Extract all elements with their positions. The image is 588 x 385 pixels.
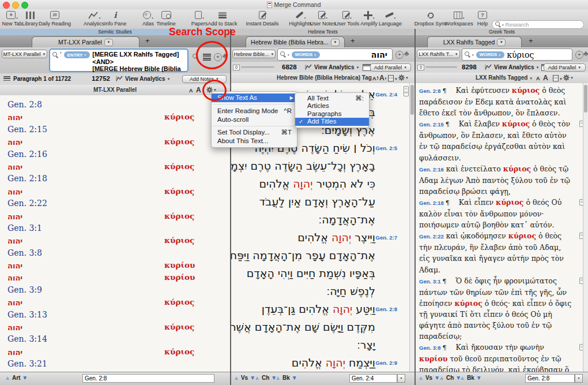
paragraph-list-icon[interactable] — [3, 76, 10, 82]
add-search-icon[interactable]: + — [395, 51, 404, 59]
prev-bk-button[interactable]: ▲ — [275, 375, 281, 381]
zoom-level[interactable]: 0 — [417, 65, 424, 70]
add-search-icon[interactable]: + — [575, 51, 583, 59]
new-tab-button[interactable]: + — [529, 36, 533, 45]
new-tab-button[interactable]: + — [145, 36, 150, 45]
increase-font-button[interactable]: A — [196, 86, 201, 94]
search-scope-magnifier-icon[interactable] — [193, 54, 199, 60]
scrollbar[interactable] — [409, 83, 414, 372]
note-icon[interactable] — [404, 86, 409, 92]
prev-bk-button[interactable]: ▲ — [459, 375, 465, 381]
prev-vs-button[interactable]: ▲ — [418, 375, 424, 381]
stats-row: 0 8298 View Analytics▼ Add Parallel▼ — [416, 62, 588, 73]
toolbar-item-label: Instant Details — [246, 21, 278, 27]
new-tab-button[interactable]: + — [350, 36, 355, 45]
next-bk-button[interactable]: ▼ — [476, 375, 482, 381]
scrollbar-thumb[interactable] — [410, 85, 414, 115]
goto-reference-input[interactable] — [525, 374, 575, 383]
search-mode-pill[interactable]: WORDS▼ — [292, 51, 321, 58]
nav-label: Bk — [282, 375, 290, 381]
search-icon[interactable] — [52, 52, 59, 58]
decrease-font-button[interactable]: A — [536, 76, 540, 81]
text-selector-button[interactable]: Hebrew Bible...▼ — [232, 50, 276, 58]
menu-item-add-titles[interactable]: ✓Add Titles — [295, 118, 369, 125]
menu-item-set-tool-display[interactable]: Set Tool Display...⌘T — [212, 128, 297, 137]
menu-item-articles[interactable]: Articles — [295, 102, 369, 110]
tab-dropdown-icon[interactable]: ▼ — [104, 39, 113, 46]
goto-reference-input[interactable] — [349, 374, 397, 383]
prev-article-button[interactable]: ▲ — [5, 375, 10, 381]
mt-lxx-content[interactable]: Gen. 2:8יהוהκύριοςGen. 2:15יהוהκύριοςGen… — [0, 95, 230, 372]
increase-font-button[interactable]: A — [379, 74, 385, 82]
amplify-tree-icon[interactable]: ♣ — [583, 50, 588, 57]
add-parallel-button[interactable]: Add Parallel▼ — [544, 63, 586, 72]
next-article-button[interactable]: ▼ — [22, 375, 28, 381]
greek-verse: Gen. 2:22 καὶ ᾠκοδόμησεν κύριος ὁ θεὸς τ… — [419, 230, 573, 275]
decrease-font-button[interactable]: A — [189, 88, 193, 94]
decrease-font-button[interactable]: A — [372, 76, 377, 81]
prev-ch-button[interactable]: ▲ — [439, 375, 444, 381]
pane-divider[interactable] — [414, 29, 416, 385]
amplify-tree-icon[interactable]: ♣ — [223, 53, 228, 59]
add-parallel-button[interactable]: Add Parallel▼ — [370, 63, 411, 72]
search-scope-menu-icon[interactable] — [203, 54, 211, 61]
next-bk-button[interactable]: ▼ — [292, 375, 297, 381]
search-mode-pill[interactable]: WORDS▼ — [476, 51, 505, 58]
hit-word: יְהוָה — [293, 177, 312, 190]
search-icon[interactable] — [280, 51, 287, 58]
hebrew-hit-word: יהוה — [7, 113, 22, 122]
increase-font-button[interactable]: A — [543, 74, 548, 82]
text-display-icon[interactable] — [388, 75, 394, 81]
tab-lxx-rahlfs-tagged[interactable]: LXX Rahlfs Tagged▼ — [427, 36, 522, 47]
view-analytics-button[interactable]: View Analytics▼ — [305, 64, 359, 70]
zoom-slider[interactable] — [241, 66, 274, 68]
tab-dropdown-icon[interactable]: ▼ — [331, 39, 340, 46]
tab-mt-lxx-parallel[interactable]: MT-LXX Parallel▼ — [32, 36, 140, 47]
search-row: Hebrew Bible...▼ ▾ WORDS▼ יהוה + ♣ — [231, 47, 414, 62]
hebrew-hit-word: יהוה — [7, 348, 22, 357]
goto-reference-input[interactable] — [82, 374, 214, 383]
add-search-icon[interactable]: + — [214, 53, 222, 61]
amplify-tree-icon[interactable]: ♣ — [404, 50, 409, 57]
pane-settings-gear-icon[interactable]: ▼ — [398, 74, 409, 81]
reference-dropdown-button[interactable]: ▼ — [397, 374, 405, 383]
zoom-level[interactable]: 0 — [233, 65, 240, 70]
tab-hebrew-bible[interactable]: Hebrew Bible (Biblia Hebra...▼ — [246, 36, 345, 47]
add-notes-button[interactable]: Add Notes▼ — [182, 75, 227, 83]
text-display-icon[interactable] — [553, 75, 559, 81]
menu-item-auto-scroll[interactable]: Auto-scroll — [212, 115, 297, 124]
search-query[interactable]: יהוה — [371, 50, 387, 59]
hit-word: יְהוָה — [333, 302, 352, 315]
greek-hit-word: κύριος — [164, 111, 194, 123]
zoom-slider[interactable] — [425, 66, 457, 68]
research-search-input[interactable]: ▾Research — [492, 20, 584, 29]
pane-settings-gear-icon[interactable]: ▼ — [563, 74, 574, 81]
search-entry-box[interactable]: ▾ WORDS▼ יהוה — [277, 48, 393, 61]
search-query[interactable]: κύριος — [507, 50, 534, 59]
menu-item-paragraphs[interactable]: Paragraphs — [295, 110, 369, 118]
lxx-content[interactable]: Gen. 2:8¶Καὶ ἐφύτευσεν κύριος ὁ θεὸς παρ… — [416, 83, 588, 372]
prev-ch-button[interactable]: ▲ — [254, 375, 260, 381]
view-analytics-button[interactable]: View Analytics▼ — [485, 64, 539, 70]
text-selector-button[interactable]: LXX Rahlfs T...▼ — [417, 50, 460, 58]
menu-item-all-text[interactable]: All Text⌘: — [295, 95, 369, 102]
menu-item-enter-reading-mode[interactable]: Enter Reading Mode^R — [212, 107, 297, 115]
search-entry-box[interactable]: ▾ WORDS▼ κύριος — [462, 48, 572, 61]
menu-item-about-this-text[interactable]: About This Text... — [212, 137, 297, 145]
text-selector-button[interactable]: MT-LXX Parallel▼ — [2, 50, 47, 58]
open-window-icon[interactable] — [363, 64, 371, 71]
search-icon[interactable] — [465, 51, 471, 58]
scrollbar-thumb[interactable] — [584, 85, 587, 113]
reference-dropdown-button[interactable]: ▼ — [575, 374, 583, 383]
scrollbar[interactable] — [583, 83, 588, 372]
menu-item-show-text-as[interactable]: Show Text As▶ — [212, 94, 297, 102]
view-analytics-button[interactable]: View Analytics▼ — [116, 76, 170, 82]
pane-divider[interactable] — [230, 29, 231, 385]
tab-dropdown-icon[interactable]: ▼ — [497, 39, 506, 46]
search-entry-box[interactable]: ▾ ENTRY▼ [MERGE LXX Rahlfs Tagged] <AND>… — [49, 48, 189, 72]
prev-vs-button[interactable]: ▲ — [233, 375, 239, 381]
hit-word: κύριος — [512, 86, 540, 95]
parallel-row: יהוהκυρίου — [7, 259, 230, 271]
content-header-title[interactable]: Hebrew Bible (Biblia Hebraica) Tagged ▼ — [231, 73, 414, 84]
search-mode-pill[interactable]: ENTRY▼ — [64, 51, 91, 58]
